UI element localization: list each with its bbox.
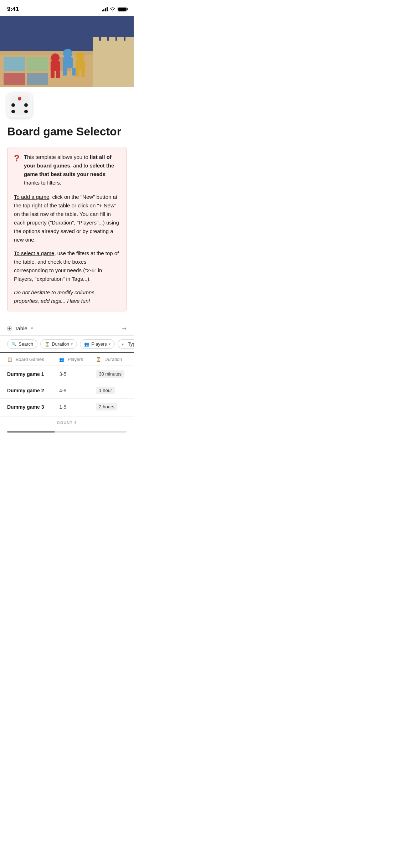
game-players-2: 4-8 <box>55 382 92 399</box>
info-box-para2: To select a game, use the filters at the… <box>14 249 120 283</box>
expand-icon[interactable]: ↗ <box>120 325 128 333</box>
question-mark-icon: ? <box>14 154 20 163</box>
svg-rect-19 <box>56 71 60 78</box>
board-games-col-icon: 📋 <box>7 357 12 362</box>
status-time: 9:41 <box>7 6 19 13</box>
players-pill-icon: 👥 <box>84 342 89 347</box>
svg-rect-24 <box>63 68 67 76</box>
svg-rect-30 <box>76 70 79 77</box>
data-table: 📋 Board Games 👥 Players ⏳ Duration Dummy… <box>0 353 134 415</box>
duration-badge-2: 1 hour <box>96 387 115 394</box>
col-players: 👥 Players <box>55 353 92 366</box>
info-box: ? This template allows you to list all o… <box>7 147 127 311</box>
game-duration-1: 30 minutes <box>92 366 134 382</box>
col-duration: ⏳ Duration <box>92 353 134 366</box>
svg-point-33 <box>18 97 21 100</box>
svg-rect-3 <box>4 57 25 71</box>
game-duration-3: 2 hours <box>92 399 134 415</box>
scroll-thumb <box>7 431 55 433</box>
count-row: COUNT 4 <box>0 417 134 428</box>
add-game-link[interactable]: To add a game <box>14 194 49 200</box>
table-header-row: ⊞ Table ▾ ↗ <box>0 321 134 336</box>
info-box-intro: This template allows you to list all of … <box>24 153 120 187</box>
players-chevron-icon: ▾ <box>109 342 110 346</box>
svg-point-35 <box>24 103 28 107</box>
status-icons <box>102 7 127 11</box>
table-title-group[interactable]: ⊞ Table ▾ <box>7 325 33 332</box>
players-col-icon: 👥 <box>59 357 65 362</box>
bottom-spacer <box>0 435 134 450</box>
info-box-para1: To add a game, click on the "New" button… <box>14 193 120 244</box>
duration-badge-3: 2 hours <box>96 403 117 410</box>
players-col-label: Players <box>68 357 83 362</box>
signal-icon <box>102 7 108 11</box>
svg-point-22 <box>63 49 72 58</box>
svg-rect-12 <box>117 37 124 48</box>
players-filter-pill[interactable]: 👥 Players ▾ <box>80 339 114 349</box>
battery-icon <box>118 7 127 11</box>
svg-rect-7 <box>27 73 48 85</box>
game-duration-2: 1 hour <box>92 382 134 399</box>
table-section: ⊞ Table ▾ ↗ 🔍 Search ⏳ Duration ▾ 👥 Play… <box>0 321 134 433</box>
table-row[interactable]: Dummy game 2 4-8 1 hour <box>0 382 134 399</box>
svg-point-34 <box>11 103 15 107</box>
duration-filter-pill[interactable]: ⏳ Duration ▾ <box>40 339 77 349</box>
table-chevron-icon: ▾ <box>31 326 33 331</box>
search-pill-label: Search <box>19 341 33 347</box>
duration-pill-label: Duration <box>52 341 69 347</box>
svg-point-28 <box>76 52 84 61</box>
hero-image <box>0 16 134 87</box>
svg-rect-9 <box>93 37 99 48</box>
svg-rect-11 <box>109 37 115 48</box>
svg-rect-18 <box>51 71 55 78</box>
game-players-3: 1-5 <box>55 399 92 415</box>
scroll-indicator[interactable] <box>7 431 127 433</box>
svg-rect-10 <box>101 37 107 48</box>
svg-point-16 <box>51 53 60 62</box>
game-name-3: Dummy game 3 <box>0 399 55 415</box>
col-board-games: 📋 Board Games <box>0 353 55 366</box>
page-content: Board game Selector ? This template allo… <box>0 118 134 311</box>
duration-badge-1: 30 minutes <box>96 370 124 378</box>
game-name-2: Dummy game 2 <box>0 382 55 399</box>
board-games-col-label: Board Games <box>16 357 44 362</box>
page-title: Board game Selector <box>7 125 127 138</box>
search-filter-pill[interactable]: 🔍 Search <box>7 339 37 349</box>
type-pill-label: Type <box>128 341 134 347</box>
svg-rect-6 <box>4 73 25 85</box>
info-box-italic: Do not hesitate to modify columns, prope… <box>14 288 120 305</box>
table-row[interactable]: Dummy game 1 3-5 30 minutes <box>0 366 134 382</box>
type-filter-pill[interactable]: 🏷 Type ▾ <box>118 339 134 349</box>
count-label: COUNT 4 <box>57 420 77 425</box>
table-header-columns: 📋 Board Games 👥 Players ⏳ Duration <box>0 353 134 366</box>
svg-point-36 <box>11 110 15 113</box>
filter-bar: 🔍 Search ⏳ Duration ▾ 👥 Players ▾ 🏷 Type… <box>0 336 134 353</box>
game-players-1: 3-5 <box>55 366 92 382</box>
duration-chevron-icon: ▾ <box>71 342 73 346</box>
table-row[interactable]: Dummy game 3 1-5 2 hours <box>0 399 134 415</box>
type-pill-icon: 🏷 <box>122 342 126 347</box>
wifi-icon <box>110 7 115 11</box>
dice-container <box>0 87 134 118</box>
dice-icon <box>7 93 32 118</box>
svg-rect-13 <box>125 37 134 48</box>
duration-col-icon: ⏳ <box>96 357 101 362</box>
search-pill-icon: 🔍 <box>11 342 17 347</box>
table-grid-icon: ⊞ <box>7 325 12 332</box>
players-pill-label: Players <box>91 341 107 347</box>
select-game-link[interactable]: To select a game <box>14 250 54 256</box>
duration-pill-icon: ⏳ <box>45 342 50 347</box>
svg-rect-4 <box>27 57 48 71</box>
duration-col-label: Duration <box>104 357 122 362</box>
game-name-1: Dummy game 1 <box>0 366 55 382</box>
svg-point-37 <box>24 110 28 113</box>
svg-rect-31 <box>81 70 85 77</box>
table-title-text: Table <box>15 325 27 331</box>
status-bar: 9:41 <box>0 0 134 16</box>
